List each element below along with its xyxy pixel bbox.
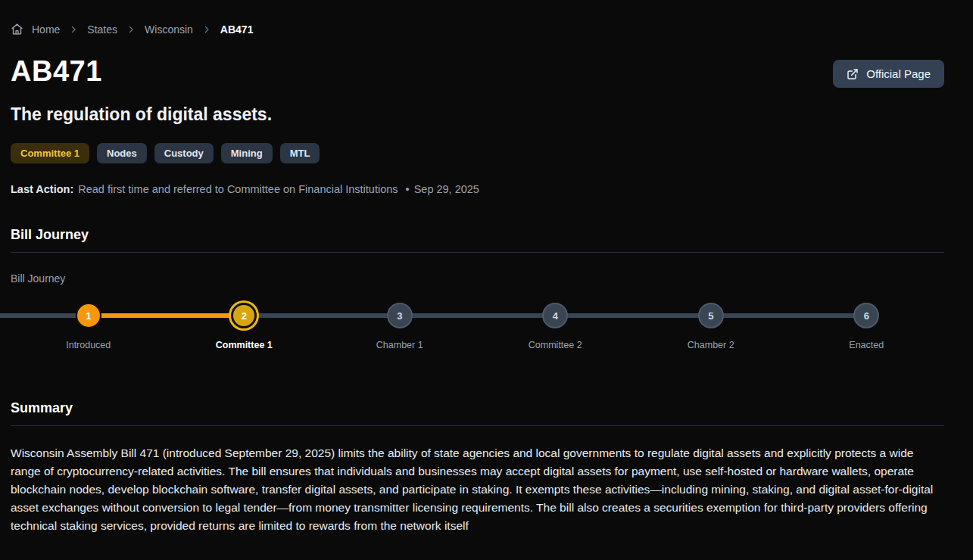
journey-step-circle[interactable]: 6 — [853, 303, 879, 328]
breadcrumb-item[interactable]: States — [63, 23, 117, 36]
journey-step-circle[interactable]: 4 — [542, 303, 568, 328]
chevron-right-icon — [202, 25, 211, 34]
journey-step: 5 Chamber 2 — [633, 303, 789, 350]
bill-journey-section: Bill Journey Bill Journey 1 Introduced 2… — [11, 227, 944, 350]
bill-journey-inner-label: Bill Journey — [11, 272, 944, 285]
tag-pill[interactable]: Nodes — [97, 143, 147, 163]
last-action-text: Read first time and referred to Committe… — [78, 183, 398, 195]
breadcrumb-label[interactable]: AB471 — [220, 23, 254, 36]
journey-step: 2 Committee 1 — [167, 303, 323, 350]
breadcrumb-item[interactable]: Wisconsin — [120, 23, 193, 36]
journey-step-label: Enacted — [849, 340, 884, 350]
tag-list: Committee 1 Nodes Custody Mining MTL — [11, 143, 944, 163]
section-divider — [11, 425, 944, 426]
tag-pill[interactable]: Mining — [221, 143, 273, 163]
journey-step-label: Chamber 2 — [688, 340, 734, 350]
journey-step: 3 Chamber 1 — [322, 303, 478, 350]
bill-subtitle: The regulation of digital assets. — [11, 104, 944, 125]
breadcrumb-item[interactable]: AB471 — [196, 23, 254, 36]
journey-step: 6 Enacted — [789, 303, 945, 350]
section-divider — [11, 252, 944, 253]
journey-step-circle[interactable]: 5 — [698, 303, 724, 328]
last-action-date: Sep 29, 2025 — [414, 183, 479, 195]
journey-step-label: Committee 2 — [529, 340, 582, 350]
breadcrumb: Home States Wisconsin AB471 — [11, 0, 944, 36]
journey-step-label: Chamber 1 — [376, 340, 423, 350]
breadcrumb-label[interactable]: Home — [32, 23, 60, 36]
page-title: AB471 — [11, 55, 102, 88]
journey-step-circle[interactable]: 3 — [387, 303, 413, 328]
last-action: Last Action: Read first time and referre… — [11, 183, 944, 195]
tag-pill[interactable]: Custody — [154, 143, 214, 163]
bill-journey-heading: Bill Journey — [11, 227, 944, 243]
journey-step-circle[interactable]: 2 — [231, 303, 257, 328]
tag-pill[interactable]: Committee 1 — [11, 143, 89, 163]
official-page-label: Official Page — [866, 67, 931, 80]
journey-step-label: Introduced — [66, 340, 111, 350]
last-action-label: Last Action: — [11, 183, 73, 195]
journey-step-label: Committee 1 — [216, 340, 273, 350]
summary-section: Summary Wisconsin Assembly Bill 471 (int… — [11, 400, 944, 535]
page-header: AB471 Official Page — [11, 55, 944, 88]
breadcrumb-item[interactable]: Home — [11, 23, 60, 36]
home-icon — [11, 23, 23, 36]
chevron-right-icon — [69, 25, 78, 34]
breadcrumb-label[interactable]: Wisconsin — [145, 23, 193, 36]
last-action-separator: • — [406, 183, 410, 195]
journey-step: 4 Committee 2 — [478, 303, 634, 350]
summary-text: Wisconsin Assembly Bill 471 (introduced … — [11, 444, 944, 535]
journey-step-circle[interactable]: 1 — [76, 303, 101, 328]
tag-pill[interactable]: MTL — [280, 143, 320, 163]
summary-heading: Summary — [11, 400, 944, 416]
official-page-button[interactable]: Official Page — [833, 60, 944, 88]
journey-step: 1 Introduced — [11, 303, 167, 350]
breadcrumb-label[interactable]: States — [87, 23, 117, 36]
external-link-icon — [847, 68, 859, 80]
bill-journey-stepper: 1 Introduced 2 Committee 1 3 Chamber 1 4… — [11, 303, 944, 350]
chevron-right-icon — [126, 25, 136, 34]
